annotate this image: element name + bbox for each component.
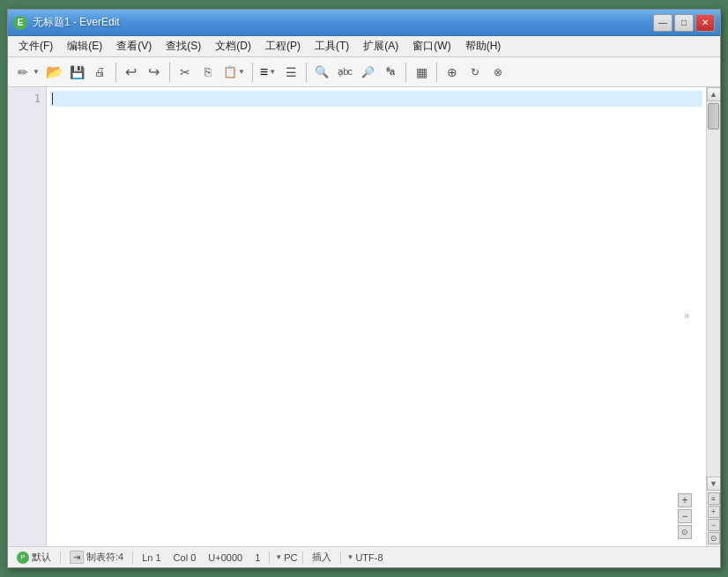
paste-button[interactable]: 📋 ▼ (220, 64, 248, 79)
menu-project[interactable]: 工程(P) (258, 37, 308, 55)
status-sep-2 (132, 551, 133, 564)
undo-button[interactable]: ↩ (121, 62, 142, 83)
minimize-button[interactable]: — (653, 14, 672, 32)
macro-button[interactable]: ⊕ (442, 62, 463, 83)
titlebar-left: E 无标题1 - EverEdit (13, 15, 120, 30)
col-label: Col 0 (174, 552, 197, 563)
goto-button[interactable]: ⁸a (380, 62, 401, 83)
redo-button[interactable]: ↪ (144, 62, 165, 83)
format-icon: ≡ (260, 64, 268, 80)
side-btn-1[interactable]: ≡ (708, 492, 720, 505)
window-title: 无标题1 - EverEdit (33, 15, 120, 30)
toolbar: ✏ ▼ 📂 💾 🖨 ↩ ↪ ✂ ⎘ 📋 ▼ ≡ ▼ ☰ (8, 57, 720, 87)
profile-icon: P (17, 551, 29, 564)
editor-content[interactable] (47, 87, 706, 546)
side-btn-4[interactable]: ⊙ (708, 532, 720, 544)
paste-icon: 📋 (223, 65, 237, 78)
scroll-label: ≡ (682, 314, 692, 321)
menu-find[interactable]: 查找(S) (159, 37, 208, 55)
map-button[interactable]: ⊙ (678, 525, 692, 539)
pencil-icon: ✏ (14, 63, 32, 81)
num-label: 1 (255, 552, 260, 563)
ln-label: Ln 1 (142, 552, 160, 563)
main-area: 1 + − ⊙ ≡ ▲ ▼ (8, 87, 720, 546)
menu-doc[interactable]: 文档(D) (208, 37, 258, 55)
toolbar-sep-6 (436, 63, 437, 82)
mode-label: 插入 (312, 551, 331, 564)
toolbar-sep-3 (252, 63, 253, 82)
status-unicode: U+0000 (204, 552, 246, 563)
app-icon: E (13, 16, 27, 30)
editor-area[interactable]: + − ⊙ ≡ (47, 87, 706, 546)
line-ending-label: PC (284, 552, 297, 563)
scroll-down-arrow[interactable]: ▼ (707, 477, 721, 491)
format-arrow: ▼ (269, 68, 276, 76)
status-ln: Ln 1 (138, 552, 164, 563)
zoom-in-button[interactable]: + (678, 493, 692, 507)
cut-button[interactable]: ✂ (175, 62, 196, 83)
tab-label: 制表符:4 (86, 551, 123, 564)
encoding-dropdown[interactable]: ▼ UTF-8 (346, 552, 383, 563)
window-controls: — □ ✕ (653, 14, 715, 32)
line-ending-arrow: ▼ (275, 553, 282, 561)
encoding-label: UTF-8 (355, 552, 383, 563)
scroll-icons: ≡ (682, 314, 692, 321)
menu-tools[interactable]: 工具(T) (308, 37, 356, 55)
menu-edit[interactable]: 编辑(E) (60, 37, 109, 55)
paste-arrow: ▼ (238, 68, 245, 76)
toolbar-sep-4 (306, 63, 307, 82)
macro-play-button[interactable]: ↻ (464, 62, 486, 83)
column-button[interactable]: ▦ (411, 62, 432, 83)
save-button[interactable]: 💾 (67, 62, 88, 83)
status-col: Col 0 (170, 552, 200, 563)
scroll-track[interactable] (707, 101, 720, 477)
status-sep-5 (340, 551, 341, 564)
find-files-button[interactable]: 🔎 (357, 62, 378, 83)
close-button[interactable]: ✕ (695, 14, 715, 32)
side-btn-2[interactable]: + (708, 506, 720, 518)
vertical-scrollbar[interactable]: ▲ ▼ ≡ + − ⊙ (706, 87, 720, 546)
menu-file[interactable]: 文件(F) (11, 37, 60, 55)
new-file-arrow: ▼ (33, 68, 40, 76)
profile-label: 默认 (32, 551, 51, 564)
toolbar-sep-1 (115, 63, 116, 82)
titlebar: E 无标题1 - EverEdit — □ ✕ (8, 10, 720, 36)
new-file-button[interactable]: ✏ ▼ (11, 63, 42, 82)
scroll-thumb[interactable] (708, 103, 719, 129)
menu-help[interactable]: 帮助(H) (458, 37, 509, 55)
menubar: 文件(F) 编辑(E) 查看(V) 查找(S) 文档(D) 工程(P) 工具(T… (8, 36, 720, 57)
cursor-line (50, 91, 702, 107)
macro-stop-button[interactable]: ⊗ (487, 62, 509, 83)
replace-button[interactable]: ạbc (334, 62, 355, 83)
status-sep-4 (302, 551, 303, 564)
unicode-label: U+0000 (208, 552, 242, 563)
status-sep-1 (60, 551, 61, 564)
search-button[interactable]: 🔍 (311, 62, 332, 83)
line-num-1: 1 (8, 91, 41, 107)
maximize-button[interactable]: □ (674, 14, 694, 32)
encoding-arrow: ▼ (346, 553, 353, 561)
scroll-up-arrow[interactable]: ▲ (707, 87, 721, 101)
menu-extend[interactable]: 扩展(A) (356, 37, 405, 55)
print-button[interactable]: 🖨 (90, 62, 111, 83)
status-sep-3 (269, 551, 270, 564)
copy-button[interactable]: ⎘ (197, 62, 219, 83)
menu-window[interactable]: 窗口(W) (405, 37, 457, 55)
toolbar-sep-5 (405, 63, 406, 82)
side-mini-btns: ≡ + − ⊙ (708, 491, 720, 546)
menu-view[interactable]: 查看(V) (109, 37, 159, 55)
align-button[interactable]: ☰ (280, 62, 301, 83)
status-num: 1 (251, 552, 264, 563)
tab-icon: ⇥ (70, 551, 84, 564)
open-button[interactable]: 📂 (44, 62, 65, 83)
zoom-out-button[interactable]: − (678, 509, 692, 523)
status-tab[interactable]: ⇥ 制表符:4 (66, 551, 127, 564)
text-cursor (52, 92, 53, 105)
statusbar: P 默认 ⇥ 制表符:4 Ln 1 Col 0 U+0000 1 ▼ PC (8, 546, 720, 567)
status-profile[interactable]: P 默认 (13, 551, 55, 564)
side-btn-3[interactable]: − (708, 519, 720, 531)
main-window: E 无标题1 - EverEdit — □ ✕ 文件(F) 编辑(E) 查看(V… (7, 9, 721, 568)
line-ending-dropdown[interactable]: ▼ PC (275, 552, 297, 563)
format-button[interactable]: ≡ ▼ (257, 63, 279, 81)
status-mode: 插入 (308, 551, 335, 564)
